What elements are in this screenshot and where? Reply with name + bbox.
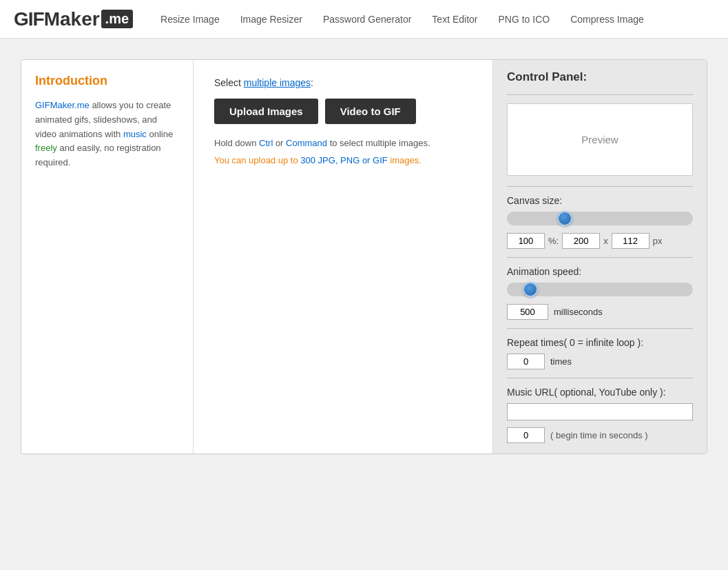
canvas-percent-symbol: %: [548,236,559,246]
upload-images-button[interactable]: Upload Images [214,99,318,124]
nav-password-generator[interactable]: Password Generator [323,14,411,25]
nav-compress-image[interactable]: Compress Image [570,14,644,25]
begin-time-input[interactable] [507,427,545,443]
logo-me: .me [101,10,133,28]
divider-2 [507,186,693,187]
logo[interactable]: GIFMaker.me [14,8,133,30]
main-wrapper: Introduction GIFMaker.me allows you to c… [0,39,728,468]
animation-slider-container [507,283,693,298]
repeat-times-input[interactable] [507,354,545,369]
animation-speed-label: Animation speed: [507,266,693,277]
nav-png-to-ico[interactable]: PNG to ICO [498,14,550,25]
content-box: Introduction GIFMaker.me allows you to c… [21,59,707,454]
animation-speed-unit: milliseconds [554,307,603,317]
intro-text-freely: freely [35,143,57,153]
music-url-input[interactable] [507,403,693,420]
speed-input: milliseconds [507,304,693,320]
repeat-input: times [507,354,693,369]
main-nav: Resize Image Image Resizer Password Gene… [160,14,644,25]
canvas-width-input[interactable] [562,233,600,249]
repeat-unit: times [550,356,572,367]
canvas-px-label: px [653,236,663,246]
divider-4 [507,328,693,329]
hint-upload-limit: You can upload up to 300 JPG, PNG or GIF… [214,155,472,165]
animation-speed-slider[interactable] [507,283,693,296]
nav-text-editor[interactable]: Text Editor [432,14,477,25]
upload-panel: Select multiple images: Upload Images Vi… [194,60,493,454]
intro-text-part2: online [149,129,173,139]
intro-text: GIFMaker.me allows you to create animate… [35,99,179,170]
intro-title: Introduction [35,74,179,88]
animation-speed-input[interactable] [507,304,548,320]
canvas-slider-container [507,212,693,227]
nav-resize-image[interactable]: Resize Image [160,14,220,25]
begin-time-row: ( begin time in seconds ) [507,427,693,443]
intro-panel: Introduction GIFMaker.me allows you to c… [21,60,194,454]
repeat-times-label: Repeat times( 0 = infinite loop ): [507,337,693,348]
intro-text-music: music [123,129,147,139]
canvas-percent-input[interactable] [507,233,545,249]
hint-ctrl: Hold down Ctrl or Command to select mult… [214,138,472,148]
divider-1 [507,94,693,95]
intro-text-brand: GIFMaker.me [35,100,90,110]
canvas-inputs: %: x px [507,233,693,249]
video-to-gif-button[interactable]: Video to GIF [325,99,416,124]
canvas-size-slider[interactable] [507,212,693,225]
begin-time-label: ( begin time in seconds ) [550,430,648,440]
select-label: Select multiple images: [214,77,472,88]
nav-image-resizer[interactable]: Image Resizer [240,14,302,25]
logo-gif: GIF [14,8,44,30]
upload-buttons: Upload Images Video to GIF [214,99,472,124]
preview-box: Preview [507,103,693,176]
control-panel: Control Panel: Preview Canvas size: %: x… [493,60,707,454]
preview-label: Preview [581,134,618,145]
canvas-height-input[interactable] [612,233,649,249]
divider-5 [507,378,693,378]
canvas-x-label: x [603,236,608,246]
music-url-label: Music URL( optional, YouTube only ): [507,387,693,398]
header: GIFMaker.me Resize Image Image Resizer P… [0,0,728,39]
canvas-size-label: Canvas size: [507,195,693,206]
logo-maker: Maker [44,8,100,30]
control-panel-title: Control Panel: [507,70,693,84]
divider-3 [507,257,693,258]
